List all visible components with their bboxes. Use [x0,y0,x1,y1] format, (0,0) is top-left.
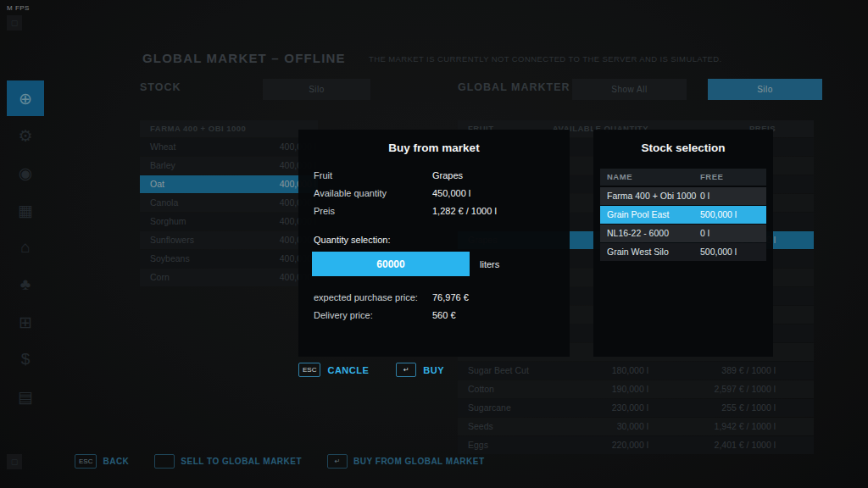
stock-selection-row-free: 0 l [700,187,766,205]
quantity-input[interactable] [312,252,470,276]
available-quantity-value: 450,000 l [432,185,570,202]
stock-selection-row-name: NL16-22 - 6000 [600,225,700,242]
stock-selection-row-free: 500,000 l [700,206,766,224]
buy-dialog-title: Buy from market [298,130,570,154]
stock-selection-col-free: FREE [700,169,766,186]
expected-price-value: 76,976 € [432,289,570,307]
stock-selection-row-name: Grain West Silo [600,243,700,261]
price-value: 1,282 € / 1000 l [432,202,570,220]
price-label: Preis [314,202,432,220]
stock-selection-row-name: Farma 400 + Obi 1000 [600,187,700,205]
fruit-label: Fruit [314,167,432,185]
cancel-button[interactable]: CANCLE [327,365,369,375]
fruit-row: Fruit Grapes [298,167,570,185]
game-screen: M FPS ▢ ⊕ ⚙ ◉ ▦ ⌂ ♣ ⊞ $ ▤ ▢ GLOBAL MARKE… [0,0,868,488]
stock-selection-row[interactable]: Farma 400 + Obi 1000 0 l [600,187,766,205]
quantity-selection-label: Quantity selection: [298,235,570,245]
available-quantity-label: Available quantity [314,185,432,202]
delivery-price-row: Delivery price: 560 € [298,307,570,324]
buy-from-market-dialog: Buy from market Fruit Grapes Available q… [298,130,570,357]
stock-selection-col-name: NAME [600,169,700,186]
stock-selection-row-free: 0 l [700,225,766,242]
liters-unit-label: liters [480,259,499,269]
delivery-price-value: 560 € [432,307,570,324]
expected-price-label: expected purchase price: [314,289,432,307]
buy-button[interactable]: BUY [423,365,444,375]
quantity-input-row: liters [298,252,570,276]
stock-selection-row-free: 500,000 l [700,243,766,261]
available-quantity-row: Available quantity 450,000 l [298,185,570,202]
stock-selection-row[interactable]: Grain Pool East 500,000 l [600,206,766,224]
buy-dialog-action-bar: ESC CANCLE ↵ BUY [298,363,444,377]
stock-selection-dialog: Stock selection NAME FREE Farma 400 + Ob… [593,130,773,357]
stock-selection-row[interactable]: NL16-22 - 6000 0 l [600,225,766,242]
stock-selection-row-name: Grain Pool East [600,206,700,224]
stock-selection-row[interactable]: Grain West Silo 500,000 l [600,243,766,261]
fruit-value: Grapes [432,167,570,185]
delivery-price-label: Delivery price: [314,307,432,324]
escape-key-icon: ESC [298,363,320,377]
enter-key-icon: ↵ [396,363,416,377]
stock-selection-list: Farma 400 + Obi 1000 0 l Grain Pool East… [593,187,773,261]
expected-price-row: expected purchase price: 76,976 € [298,289,570,307]
stock-selection-title: Stock selection [593,130,773,154]
price-row: Preis 1,282 € / 1000 l [298,202,570,220]
stock-selection-header: NAME FREE [600,169,766,186]
